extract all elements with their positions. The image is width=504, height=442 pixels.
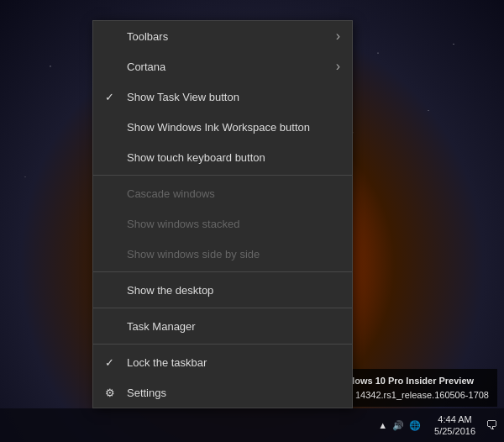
menu-item-label: Task Manager [127,320,196,333]
menu-item-show-desktop[interactable]: Show the desktop [93,275,352,305]
menu-item-label: Toolbars [127,30,168,43]
menu-item-side-by-side: Show windows side by side [93,239,352,269]
checkmark-icon: ✓ [105,91,114,103]
system-info-line1: Windows 10 Pro Insider Preview [332,374,489,388]
tray-icon-speaker[interactable]: 🔊 [392,420,404,431]
system-info-line2: Build 14342.rs1_release.160506-1708 [332,388,489,403]
menu-item-settings[interactable]: ⚙Settings [93,377,352,408]
menu-item-cortana[interactable]: Cortana [93,51,352,82]
menu-item-task-manager[interactable]: Task Manager [93,311,352,341]
menu-item-ink-workspace[interactable]: Show Windows Ink Workspace button [93,112,352,142]
clock-area[interactable]: 4:44 AM 5/25/2016 [428,408,482,442]
menu-item-label: Show Windows Ink Workspace button [127,121,310,134]
taskbar: ▲ 🔊 🌐 4:44 AM 5/25/2016 🗨 [0,408,504,442]
menu-item-label: Settings [127,387,166,399]
notification-icon[interactable]: 🗨 [486,418,497,432]
clock-date: 5/25/2016 [434,425,475,437]
clock-time: 4:44 AM [438,413,471,425]
menu-divider [93,175,352,176]
checkmark-icon: ✓ [105,356,114,369]
menu-divider [93,344,352,345]
menu-item-stacked: Show windows stacked [93,208,352,239]
menu-item-label: Lock the taskbar [127,356,207,369]
menu-item-lock-taskbar[interactable]: ✓Lock the taskbar [93,347,352,377]
context-menu: ToolbarsCortana✓Show Task View buttonSho… [92,20,353,408]
menu-item-label: Show Task View button [127,91,239,103]
menu-item-label: Cortana [127,61,165,73]
menu-item-label: Show windows side by side [127,248,260,260]
taskbar-right: ▲ 🔊 🌐 4:44 AM 5/25/2016 🗨 [371,408,504,442]
menu-item-cascade: Cascade windows [93,178,352,208]
menu-divider [93,308,352,308]
menu-item-label: Cascade windows [127,187,215,200]
menu-item-toolbars[interactable]: Toolbars [93,21,352,51]
system-tray: ▲ 🔊 🌐 [371,408,428,442]
menu-item-label: Show touch keyboard button [127,151,265,164]
tray-icon-arrow[interactable]: ▲ [378,420,387,430]
menu-item-task-view[interactable]: ✓Show Task View button [93,82,352,112]
menu-item-label: Show the desktop [127,284,213,297]
menu-item-label: Show windows stacked [127,218,239,230]
notification-area[interactable]: 🗨 [482,408,501,442]
menu-divider [93,271,352,272]
menu-item-touch-keyboard[interactable]: Show touch keyboard button [93,142,352,172]
tray-icon-network[interactable]: 🌐 [409,420,421,431]
gear-icon: ⚙ [105,387,115,399]
